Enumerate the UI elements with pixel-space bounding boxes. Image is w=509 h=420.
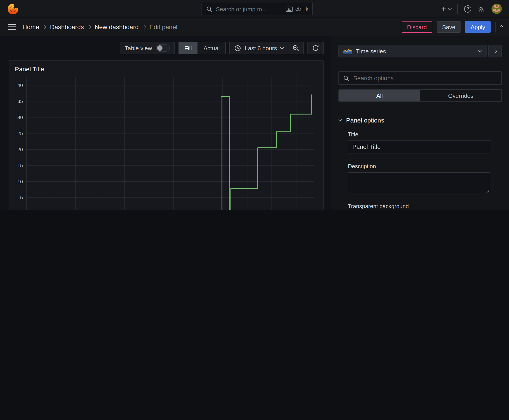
time-series-chart[interactable]: 051015202530354015:3016:0016:3017:0017:3… [13,73,316,210]
global-search[interactable]: ctrl+k [202,3,313,15]
breadcrumb-separator-icon [43,25,46,29]
visualization-picker[interactable]: Time series [338,45,486,57]
options-filter-tabs: All Overrides [338,89,502,102]
search-icon [206,6,213,12]
mega-menu-button[interactable] [8,24,16,30]
svg-text:25: 25 [17,131,23,136]
chevron-down-icon [280,45,284,49]
rss-icon [478,5,485,13]
tab-overrides[interactable]: Overrides [420,90,501,101]
panel-description-input[interactable] [348,172,490,193]
grafana-logo-icon[interactable] [7,3,19,15]
svg-text:15: 15 [17,163,23,168]
chevron-down-icon [448,6,452,10]
breadcrumb: Home Dashboards New dashboard Edit panel [23,23,177,30]
discard-button[interactable]: Discard [402,21,432,33]
section-panel-options[interactable]: Panel options [338,117,502,124]
textarea-resize-handle[interactable] [486,189,489,193]
breadcrumb-new-dashboard[interactable]: New dashboard [95,23,139,30]
visualization-value: Time series [356,48,386,54]
grafana-edit-panel-page: ctrl+k + ? [0,0,509,210]
collapse-editor-button[interactable] [500,26,503,28]
clock-icon [235,45,241,51]
chevron-up-icon [500,25,503,29]
svg-text:5: 5 [20,195,23,200]
panel-editor-left-pane: Table view Fill Actual Last 6 hours [0,36,331,210]
viz-suggestions-button[interactable] [488,45,502,57]
transparent-background-label: Transparent background [348,203,490,210]
tab-all-options[interactable]: All [339,90,420,101]
refresh-button[interactable] [308,42,323,54]
news-button[interactable] [478,5,485,13]
svg-text:30: 30 [17,115,23,120]
svg-text:20: 20 [17,147,23,152]
chevron-down-icon [338,118,342,122]
time-range-label: Last 6 hours [245,45,277,51]
panel-title: Panel Title [13,64,319,73]
topbar-divider [457,4,458,14]
viz-toolbar: Table view Fill Actual Last 6 hours [0,36,331,54]
save-button[interactable]: Save [437,21,461,33]
chart-panel: Panel Title 051015202530354015:3016:0016… [9,60,324,210]
actual-option[interactable]: Actual [198,42,226,54]
avatar-image [492,4,502,14]
help-icon: ? [464,5,471,12]
time-range-picker[interactable]: Last 6 hours [230,42,288,54]
shortcut-hint: ctrl+k [285,6,308,12]
breadcrumb-dashboards[interactable]: Dashboards [50,23,84,30]
apply-button[interactable]: Apply [465,21,491,33]
help-button[interactable]: ? [464,5,471,12]
breadcrumb-separator-icon [142,25,146,29]
breadcrumb-home[interactable]: Home [23,23,39,30]
fill-option[interactable]: Fill [178,42,198,54]
table-view-toggle[interactable] [156,45,169,52]
svg-text:40: 40 [17,82,23,88]
top-nav-bar: ctrl+k + ? [0,0,509,18]
table-view-control: Table view [120,42,174,54]
actions-divider [495,22,495,32]
description-field-label: Description [348,163,490,170]
panel-options-pane: Time series All Overrides [331,36,509,210]
svg-text:10: 10 [17,179,23,184]
user-avatar[interactable] [492,4,502,14]
search-input[interactable] [216,6,282,12]
svg-text:35: 35 [17,98,23,104]
add-menu-button[interactable]: + [441,5,451,13]
refresh-icon [312,45,319,52]
zoom-out-icon [292,45,299,52]
table-view-label: Table view [125,45,152,51]
time-range-control: Last 6 hours [230,42,304,54]
section-divider [331,110,509,110]
title-field-label: Title [348,131,490,138]
chevron-down-icon [479,49,482,52]
options-search-input[interactable] [353,75,497,82]
refresh-control [307,42,324,54]
breadcrumb-edit-panel: Edit panel [150,23,177,30]
shortcut-label: ctrl+k [295,6,308,12]
time-series-viz-icon [343,48,352,54]
breadcrumb-separator-icon [87,25,91,29]
plus-icon: + [441,5,446,13]
keyboard-icon [285,6,293,12]
fill-actual-switch: Fill Actual [178,42,226,54]
chevron-right-icon [493,49,497,53]
search-icon [343,75,350,82]
options-search[interactable] [338,71,502,85]
section-panel-options-title: Panel options [346,117,384,124]
panel-title-input[interactable] [348,141,490,153]
breadcrumb-bar: Home Dashboards New dashboard Edit panel… [0,18,509,36]
zoom-out-button[interactable] [288,42,304,54]
